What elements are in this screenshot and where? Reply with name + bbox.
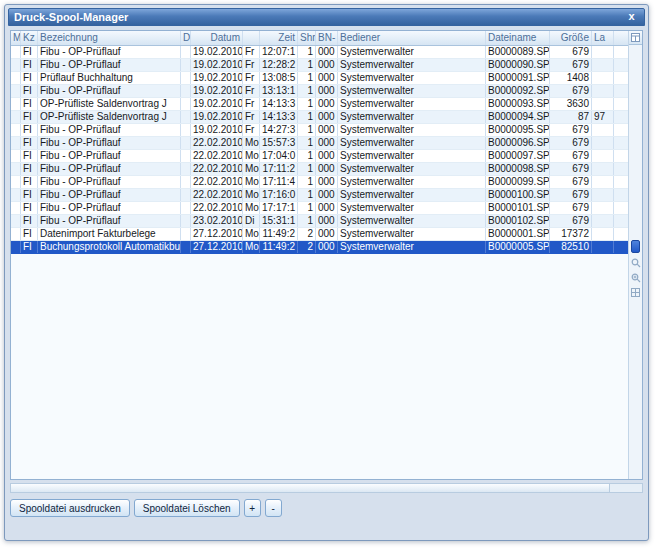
cell-m — [11, 111, 21, 123]
horizontal-scrollbar[interactable] — [10, 483, 643, 493]
grid-icon[interactable] — [630, 287, 641, 298]
cell-groesse: 679 — [550, 189, 592, 201]
cell-shr: 1 — [298, 215, 316, 227]
table-row[interactable]: FIFibu - OP-Prüflauf22.02.2010Mo15:57:31… — [11, 137, 628, 150]
cell-m — [11, 46, 21, 58]
cell-shr: 1 — [298, 111, 316, 123]
column-header-bezeichnung[interactable]: Bezeichnung — [38, 31, 181, 45]
cell-kz: FI — [21, 163, 38, 175]
cell-bn: 000 — [316, 163, 338, 175]
cell-dateiname: B0000101.SPO — [486, 202, 550, 214]
cell-d — [181, 111, 191, 123]
table-row[interactable]: FIOP-Prüfliste Saldenvortrag J19.02.2010… — [11, 98, 628, 111]
table-row[interactable]: FIFibu - OP-Prüflauf19.02.2010Fr13:13:11… — [11, 85, 628, 98]
cell-dateiname: B0000093.SPO — [486, 98, 550, 110]
table-row[interactable]: FIFibu - OP-Prüflauf22.02.2010Mo17:11:21… — [11, 163, 628, 176]
cell-zeit: 17:11:2 — [260, 163, 298, 175]
cell-zeit: 14:13:3 — [260, 98, 298, 110]
column-header-shr[interactable]: Shr — [298, 31, 316, 45]
cell-datum: 22.02.2010 — [191, 163, 243, 175]
cell-bediener: Systemverwalter — [338, 176, 486, 188]
cell-filler — [614, 124, 628, 136]
column-header-zeit[interactable]: Zeit — [260, 31, 298, 45]
cell-bediener: Systemverwalter — [338, 215, 486, 227]
search-icon[interactable] — [630, 257, 641, 268]
cell-dateiname: B0000098.SPO — [486, 163, 550, 175]
column-header-la[interactable]: La — [592, 31, 614, 45]
cell-shr: 1 — [298, 137, 316, 149]
delete-spoolfile-button[interactable]: Spooldatei Löschen — [134, 499, 240, 517]
vertical-scrollbar[interactable] — [628, 31, 642, 479]
cell-bezeichnung: Fibu - OP-Prüflauf — [38, 46, 181, 58]
table-row[interactable]: FIFibu - OP-Prüflauf19.02.2010Fr12:28:21… — [11, 59, 628, 72]
zoom-icon[interactable] — [630, 272, 641, 283]
cell-m — [11, 98, 21, 110]
horizontal-scrollbar-thumb[interactable] — [11, 484, 610, 492]
table-row[interactable]: FIOP-Prüfliste Saldenvortrag J19.02.2010… — [11, 111, 628, 124]
cell-datum: 19.02.2010 — [191, 85, 243, 97]
column-header-bediener[interactable]: Bediener — [338, 31, 486, 45]
table-row[interactable]: FIPrüflauf Buchhaltung19.02.2010Fr13:08:… — [11, 72, 628, 85]
cell-zeit: 12:07:1 — [260, 46, 298, 58]
window-title: Druck-Spool-Manager — [14, 11, 624, 23]
cell-filler — [614, 72, 628, 84]
cell-groesse: 1408 — [550, 72, 592, 84]
cell-day: Mo — [243, 176, 260, 188]
column-header-day[interactable] — [243, 31, 260, 45]
cell-bediener: Systemverwalter — [338, 241, 486, 253]
cell-datum: 27.12.2010 — [191, 241, 243, 253]
table-rows: FIFibu - OP-Prüflauf19.02.2010Fr12:07:11… — [11, 46, 628, 479]
cell-m — [11, 150, 21, 162]
column-header-groesse[interactable]: Größe — [550, 31, 592, 45]
cell-day: Di — [243, 215, 260, 227]
plus-button[interactable]: + — [244, 499, 261, 517]
scrollbar-thumb[interactable] — [631, 240, 640, 253]
column-header-kz[interactable]: Kz — [21, 31, 38, 45]
table-row[interactable]: FIFibu - OP-Prüflauf23.02.2010Di15:31:11… — [11, 215, 628, 228]
column-header-dateiname[interactable]: Dateiname — [486, 31, 550, 45]
table-row[interactable]: FIDatenimport Fakturbelege27.12.2010Mo11… — [11, 228, 628, 241]
cell-kz: FI — [21, 137, 38, 149]
cell-m — [11, 215, 21, 227]
close-icon[interactable]: x — [624, 10, 639, 24]
table-row[interactable]: FIFibu - OP-Prüflauf22.02.2010Mo17:11:41… — [11, 176, 628, 189]
cell-la — [592, 124, 614, 136]
cell-dateiname: B0000099.SPO — [486, 176, 550, 188]
minus-button[interactable]: - — [265, 499, 282, 517]
table-row[interactable]: FIFibu - OP-Prüflauf19.02.2010Fr12:07:11… — [11, 46, 628, 59]
column-header-datum[interactable]: Datum — [191, 31, 243, 45]
table-row[interactable]: FIFibu - OP-Prüflauf22.02.2010Mo17:16:01… — [11, 189, 628, 202]
column-header-bn[interactable]: BN- — [316, 31, 338, 45]
table-row[interactable]: FIFibu - OP-Prüflauf22.02.2010Mo17:17:11… — [11, 202, 628, 215]
cell-bezeichnung: OP-Prüfliste Saldenvortrag J — [38, 111, 181, 123]
column-header-m[interactable]: M — [11, 31, 21, 45]
cell-day: Fr — [243, 98, 260, 110]
cell-la — [592, 150, 614, 162]
cell-dateiname: B0000091.SPO — [486, 72, 550, 84]
cell-d — [181, 189, 191, 201]
column-header-d[interactable]: D — [181, 31, 191, 45]
cell-filler — [614, 150, 628, 162]
cell-shr: 1 — [298, 72, 316, 84]
spool-file-table: MKzBezeichnungDDatumZeitShrBN-BedienerDa… — [10, 30, 643, 480]
cell-zeit: 13:08:5 — [260, 72, 298, 84]
cell-datum: 22.02.2010 — [191, 137, 243, 149]
titlebar[interactable]: Druck-Spool-Manager x — [8, 8, 645, 26]
cell-d — [181, 98, 191, 110]
column-select-icon[interactable] — [629, 31, 642, 45]
cell-bn: 000 — [316, 176, 338, 188]
cell-la — [592, 189, 614, 201]
cell-bn: 000 — [316, 150, 338, 162]
cell-kz: FI — [21, 111, 38, 123]
cell-filler — [614, 241, 628, 253]
print-spoolfile-button[interactable]: Spooldatei ausdrucken — [10, 499, 130, 517]
cell-groesse: 679 — [550, 176, 592, 188]
cell-bediener: Systemverwalter — [338, 202, 486, 214]
cell-zeit: 15:57:3 — [260, 137, 298, 149]
table-row[interactable]: FIFibu - OP-Prüflauf19.02.2010Fr14:27:31… — [11, 124, 628, 137]
cell-la — [592, 59, 614, 71]
cell-kz: FI — [21, 59, 38, 71]
table-row[interactable]: FIBuchungsprotokoll Automatikbuc27.12.20… — [11, 241, 628, 254]
cell-m — [11, 124, 21, 136]
table-row[interactable]: FIFibu - OP-Prüflauf22.02.2010Mo17:04:01… — [11, 150, 628, 163]
